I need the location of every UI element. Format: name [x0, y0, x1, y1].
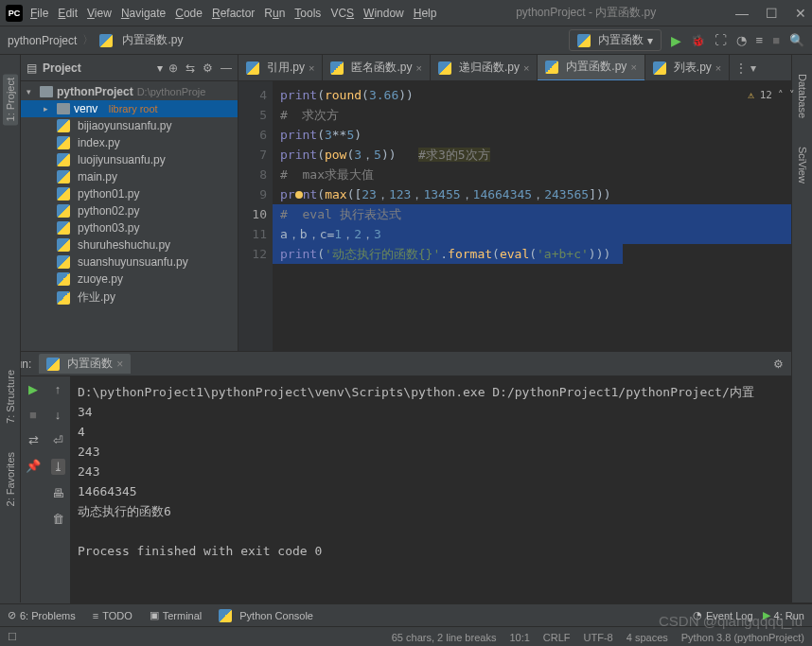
- run-tab[interactable]: 内置函数 ×: [39, 354, 131, 374]
- breadcrumb-root[interactable]: pythonProject: [8, 34, 77, 47]
- editor-body[interactable]: 456789101112 ⚠ 12 ˄ ˅ print(round(3.66))…: [238, 81, 812, 351]
- breadcrumb-file[interactable]: 内置函数.py: [122, 32, 183, 48]
- menu-navigate[interactable]: Navigate: [121, 7, 166, 20]
- close-icon[interactable]: ×: [630, 61, 636, 73]
- up-icon[interactable]: ↑: [55, 382, 62, 396]
- tree-file[interactable]: python01.py: [21, 185, 238, 202]
- tree-file[interactable]: bijiaoyunsuanfu.py: [21, 117, 238, 134]
- tree-venv[interactable]: ▸ venv library root: [21, 100, 238, 117]
- close-icon[interactable]: ×: [715, 62, 721, 74]
- tab-python-console[interactable]: Python Console: [219, 609, 313, 622]
- tree-file[interactable]: python03.py: [21, 219, 238, 236]
- tabs-more[interactable]: ⋮ ▾: [730, 61, 761, 75]
- status-encoding[interactable]: UTF-8: [584, 632, 613, 643]
- menu-tools[interactable]: Tools: [294, 7, 321, 20]
- chevron-down-icon[interactable]: ˅: [789, 85, 795, 105]
- gear-icon[interactable]: ⚙: [203, 61, 213, 75]
- tab-todo[interactable]: ≡TODO: [93, 610, 132, 621]
- code-line[interactable]: # max求最大值: [280, 165, 812, 184]
- wrap-icon[interactable]: ⏎: [53, 433, 63, 447]
- stop-icon[interactable]: ■: [29, 408, 37, 422]
- tree-file[interactable]: main.py: [21, 168, 238, 185]
- coverage-icon[interactable]: ⛶: [715, 33, 727, 47]
- tab-project[interactable]: 1: Project: [3, 74, 18, 125]
- stop-icon[interactable]: ■: [772, 33, 780, 47]
- menu-run[interactable]: Run: [264, 7, 285, 20]
- editor-tabs[interactable]: 引用.py×匿名函数.py×递归函数.py×内置函数.py×列表.py×⋮ ▾: [238, 55, 812, 81]
- tree-file[interactable]: luojiyunsuanfu.py: [21, 151, 238, 168]
- status-eol[interactable]: CRLF: [543, 632, 571, 643]
- inspection-widget[interactable]: ⚠ 12 ˄ ˅: [748, 85, 795, 105]
- print-icon[interactable]: 🖶: [52, 486, 64, 500]
- concurrency-icon[interactable]: ≡: [756, 33, 764, 47]
- tree-file[interactable]: index.py: [21, 134, 238, 151]
- menu-window[interactable]: Window: [363, 7, 404, 20]
- run-config-selector[interactable]: 内置函数 ▾: [569, 29, 662, 51]
- tab-database[interactable]: Database: [797, 74, 808, 118]
- code-line[interactable]: print('动态执行的函数{}'.format(eval('a+b+c'))): [280, 244, 812, 264]
- editor-tab[interactable]: 列表.py×: [645, 55, 730, 81]
- run-button[interactable]: ▶: [671, 33, 681, 48]
- menu-edit[interactable]: Edit: [58, 7, 78, 20]
- code-line[interactable]: # 求次方: [280, 105, 812, 125]
- close-icon[interactable]: ×: [523, 62, 529, 74]
- breakpoint-icon[interactable]: [295, 191, 303, 199]
- chevron-down-icon[interactable]: ▾: [157, 61, 163, 75]
- rerun-icon[interactable]: ▶: [28, 382, 38, 396]
- code-line[interactable]: print(pow(3，5)) #求3的5次方: [280, 145, 812, 165]
- tree-file[interactable]: 作业.py: [21, 288, 238, 307]
- menu-vcs[interactable]: VCS: [330, 7, 354, 20]
- minimize-icon[interactable]: —: [735, 6, 749, 21]
- tool-windows-icon[interactable]: ☐: [8, 631, 17, 643]
- tree-file[interactable]: zuoye.py: [21, 271, 238, 288]
- chevron-up-icon[interactable]: ˄: [778, 85, 784, 105]
- tab-problems[interactable]: ⊘6: Problems: [8, 609, 76, 621]
- project-pane-title[interactable]: Project: [43, 61, 151, 75]
- project-tree[interactable]: ▾ pythonProject D:\pythonProje ▸ venv li…: [21, 81, 238, 351]
- tree-root[interactable]: ▾ pythonProject D:\pythonProje: [21, 83, 238, 100]
- menu-file[interactable]: File: [30, 7, 48, 20]
- editor-tab[interactable]: 内置函数.py×: [538, 55, 644, 81]
- code-line[interactable]: print(3**5): [280, 125, 812, 145]
- tree-file[interactable]: suanshuyunsuanfu.py: [21, 253, 238, 271]
- collapse-icon[interactable]: ⇆: [185, 61, 195, 75]
- layout-icon[interactable]: ⇄: [28, 433, 39, 447]
- menu-help[interactable]: Help: [414, 7, 437, 20]
- close-icon[interactable]: ✕: [795, 6, 806, 21]
- tab-sciview[interactable]: SciView: [797, 147, 808, 183]
- close-icon[interactable]: ×: [415, 62, 421, 74]
- chevron-down-icon[interactable]: ▾: [26, 87, 36, 96]
- status-indent[interactable]: 4 spaces: [627, 632, 668, 643]
- scroll-icon[interactable]: ⤓: [51, 459, 65, 475]
- code-line[interactable]: print(round(3.66)): [280, 85, 812, 105]
- gear-icon[interactable]: ⚙: [773, 358, 784, 371]
- main-menu[interactable]: File Edit View Navigate Code Refactor Ru…: [30, 7, 436, 20]
- status-caret[interactable]: 10:1: [509, 632, 529, 643]
- status-interpreter[interactable]: Python 3.8 (pythonProject): [681, 632, 804, 643]
- tab-run[interactable]: ▶4: Run: [763, 609, 804, 621]
- debug-button[interactable]: 🐞: [691, 34, 705, 47]
- editor-tab[interactable]: 匿名函数.py×: [323, 55, 430, 81]
- down-icon[interactable]: ↓: [55, 408, 62, 422]
- trash-icon[interactable]: 🗑: [52, 512, 64, 526]
- close-icon[interactable]: ×: [309, 62, 314, 74]
- code-line[interactable]: prnt(max([23，123，13455，14664345，243565])…: [280, 184, 812, 204]
- maximize-icon[interactable]: ☐: [766, 6, 778, 21]
- run-output[interactable]: D:\pythonProject1\pythonProject\venv\Scr…: [70, 376, 812, 603]
- event-log[interactable]: ◔Event Log: [693, 609, 753, 621]
- profiler-icon[interactable]: ◔: [736, 33, 747, 47]
- menu-refactor[interactable]: Refactor: [212, 7, 255, 20]
- search-everywhere-icon[interactable]: 🔍: [789, 33, 804, 47]
- editor-tab[interactable]: 递归函数.py×: [431, 55, 538, 81]
- tab-structure[interactable]: 7: Structure: [5, 370, 16, 424]
- pin-icon[interactable]: 📌: [26, 459, 41, 473]
- locate-icon[interactable]: ⊕: [168, 61, 178, 75]
- gutter[interactable]: 456789101112: [238, 81, 273, 351]
- menu-code[interactable]: Code: [175, 7, 203, 20]
- tree-file[interactable]: python02.py: [21, 202, 238, 219]
- menu-view[interactable]: View: [87, 7, 112, 20]
- code-area[interactable]: ⚠ 12 ˄ ˅ print(round(3.66))# 求次方print(3*…: [273, 81, 812, 351]
- tree-file[interactable]: shuruheshuchu.py: [21, 236, 238, 253]
- tab-terminal[interactable]: ▣Terminal: [150, 609, 203, 621]
- chevron-right-icon[interactable]: ▸: [44, 104, 53, 113]
